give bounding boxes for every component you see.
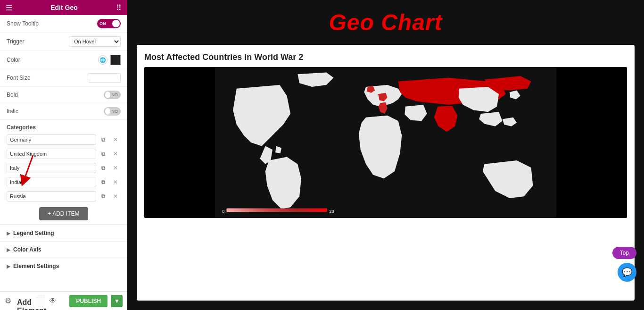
categories-label: Categories <box>0 120 127 133</box>
category-item: ⧉ ✕ <box>0 133 127 147</box>
layers-icon[interactable]: ◫ <box>15 296 22 305</box>
remove-icon-0[interactable]: ✕ <box>110 134 121 145</box>
publish-arrow-button[interactable]: ▼ <box>111 295 123 307</box>
font-size-input[interactable] <box>88 73 121 83</box>
gear-icon[interactable]: ⚙ <box>5 296 11 305</box>
undo-icon[interactable]: ↺ <box>26 296 32 305</box>
chat-button[interactable]: 💬 <box>618 263 636 282</box>
copy-icon-3[interactable]: ⧉ <box>98 177 108 187</box>
globe-icon[interactable]: 🌐 <box>98 55 107 65</box>
chart-title-area: Geo Chart <box>127 0 644 45</box>
toggle-on-label: ON <box>97 21 106 26</box>
category-input-1[interactable] <box>7 149 96 159</box>
chart-card: Most Affected Countries In World War 2 <box>137 45 635 301</box>
color-label: Color <box>7 57 98 63</box>
color-axis-section[interactable]: ▶ Color Axis <box>0 241 127 258</box>
sidebar-header: ☰ Edit Geo ⠿ <box>0 0 127 15</box>
sidebar-title: Edit Geo <box>50 4 78 11</box>
chart-title: Geo Chart <box>137 9 635 35</box>
copy-icon-2[interactable]: ⧉ <box>98 163 108 173</box>
bold-toggle[interactable]: NO <box>104 91 121 99</box>
frame-icon[interactable]: ⬜ <box>36 296 45 305</box>
legend-arrow-icon: ▶ <box>7 231 10 236</box>
remove-icon-4[interactable]: ✕ <box>110 191 121 201</box>
map-container: 0 20 <box>144 67 627 218</box>
element-settings-section[interactable]: ▶ Element Settings <box>0 258 127 274</box>
copy-icon-1[interactable]: ⧉ <box>98 149 108 159</box>
bold-toggle-label: NO <box>110 92 120 97</box>
font-size-row: Font Size <box>0 69 127 87</box>
show-tooltip-row: Show Tooltip ON <box>0 15 127 33</box>
category-input-2[interactable] <box>7 163 96 173</box>
bold-knob <box>105 92 110 98</box>
svg-rect-3 <box>226 208 327 212</box>
trigger-select[interactable]: On Hover On Click <box>69 36 121 47</box>
sidebar-content: Show Tooltip ON Trigger On Hover On Clic… <box>0 15 127 310</box>
top-button[interactable]: Top <box>612 247 636 259</box>
color-controls: 🌐 <box>98 55 121 65</box>
category-item: ⧉ ✕ <box>0 161 127 175</box>
category-item: ⧉ ✕ <box>0 175 127 189</box>
trigger-label: Trigger <box>7 38 69 45</box>
chart-card-title: Most Affected Countries In World War 2 <box>144 52 627 62</box>
hamburger-icon[interactable]: ☰ <box>6 3 12 12</box>
copy-icon-0[interactable]: ⧉ <box>98 134 108 145</box>
remove-icon-3[interactable]: ✕ <box>110 177 121 187</box>
categories-list: ⧉ ✕ ⧉ ✕ ⧉ ✕ ⧉ ✕ ⧉ ✕ <box>0 133 127 203</box>
color-axis-arrow-icon: ▶ <box>7 247 10 252</box>
italic-toggle-label: NO <box>110 109 120 114</box>
svg-text:20: 20 <box>329 209 334 214</box>
add-item-button[interactable]: + ADD ITEM <box>39 207 88 220</box>
element-settings-label: Element Settings <box>13 263 59 269</box>
category-item: ⧉ ✕ <box>0 189 127 203</box>
show-tooltip-label: Show Tooltip <box>7 20 97 27</box>
eye-icon[interactable]: 👁 <box>49 297 57 305</box>
chat-icon: 💬 <box>622 267 632 277</box>
top-right-buttons: Top 💬 <box>612 247 636 282</box>
font-size-label: Font Size <box>7 75 88 81</box>
trigger-row: Trigger On Hover On Click <box>0 33 127 51</box>
italic-row: Italic NO <box>0 103 127 120</box>
copy-icon-4[interactable]: ⧉ <box>98 191 108 201</box>
italic-label: Italic <box>7 108 104 115</box>
remove-icon-1[interactable]: ✕ <box>110 149 121 159</box>
toggle-knob <box>112 20 120 27</box>
world-map-svg: 0 20 <box>144 67 627 218</box>
bold-row: Bold NO <box>0 87 127 103</box>
svg-text:0: 0 <box>222 209 224 214</box>
color-swatch[interactable] <box>110 55 121 65</box>
italic-knob <box>105 108 110 115</box>
element-settings-arrow-icon: ▶ <box>7 264 10 269</box>
legend-label: Legend Setting <box>13 230 54 236</box>
category-input-4[interactable] <box>7 191 96 201</box>
bold-label: Bold <box>7 92 104 98</box>
sidebar: ☰ Edit Geo ⠿ Show Tooltip ON Trigger On … <box>0 0 127 310</box>
sidebar-bottom-toolbar: ⚙ ◫ ↺ ⬜ 👁 PUBLISH ▼ <box>0 291 127 310</box>
grid-icon[interactable]: ⠿ <box>116 3 122 12</box>
remove-icon-2[interactable]: ✕ <box>110 163 121 173</box>
color-row: Color 🌐 <box>0 51 127 69</box>
main-content: Geo Chart Most Affected Countries In Wor… <box>127 0 644 310</box>
italic-toggle[interactable]: NO <box>104 107 121 116</box>
show-tooltip-toggle[interactable]: ON <box>97 19 121 28</box>
category-input-3[interactable] <box>7 177 96 187</box>
publish-button[interactable]: PUBLISH <box>69 295 107 307</box>
category-input-0[interactable] <box>7 134 96 145</box>
color-axis-label: Color Axis <box>13 246 41 253</box>
category-item: ⧉ ✕ <box>0 147 127 161</box>
legend-setting-section[interactable]: ▶ Legend Setting <box>0 225 127 241</box>
